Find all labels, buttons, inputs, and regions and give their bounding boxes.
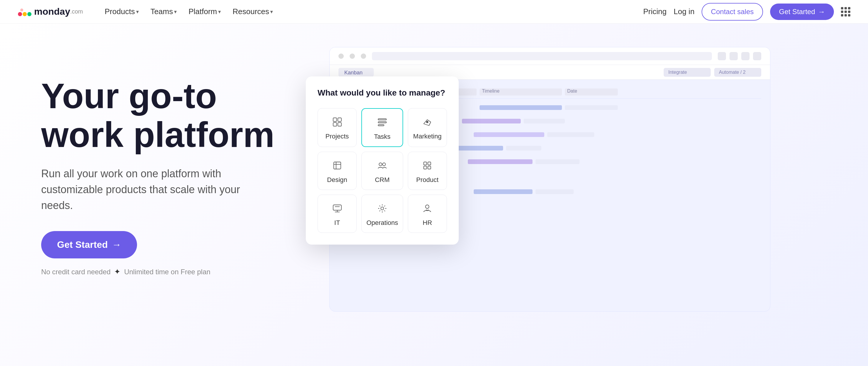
modal-item-tasks[interactable]: Tasks bbox=[361, 108, 403, 147]
modal-title: What would you like to manage? bbox=[317, 88, 447, 98]
nav-right: Pricing Log in Contact sales Get Started… bbox=[643, 3, 850, 21]
svg-rect-16 bbox=[378, 125, 384, 126]
tasks-icon bbox=[376, 116, 389, 129]
it-icon bbox=[331, 202, 344, 215]
modal-item-label: Marketing bbox=[413, 132, 442, 140]
chevron-down-icon: ▾ bbox=[218, 8, 221, 15]
logo-text: monday bbox=[34, 6, 70, 17]
svg-rect-23 bbox=[424, 162, 427, 165]
modal-item-design[interactable]: Design bbox=[317, 152, 356, 190]
logo-com: .com bbox=[70, 8, 83, 15]
svg-rect-13 bbox=[338, 123, 341, 126]
modal-item-label: Projects bbox=[326, 132, 349, 140]
modal-item-it[interactable]: IT bbox=[317, 194, 356, 233]
modal-item-product[interactable]: Product bbox=[408, 152, 447, 190]
svg-rect-10 bbox=[333, 118, 337, 121]
logo[interactable]: monday.com bbox=[18, 5, 83, 19]
marketing-icon bbox=[421, 116, 434, 128]
modal-item-crm[interactable]: CRM bbox=[361, 152, 403, 190]
integrate-button[interactable]: Integrate bbox=[664, 68, 711, 77]
svg-point-22 bbox=[382, 163, 385, 166]
svg-point-32 bbox=[426, 205, 429, 208]
modal-item-hr[interactable]: HR bbox=[408, 194, 447, 233]
logo-icon bbox=[18, 5, 32, 19]
modal-item-label: IT bbox=[334, 219, 340, 227]
svg-rect-26 bbox=[428, 166, 431, 169]
design-icon bbox=[331, 159, 344, 172]
kanban-tab[interactable]: Kanban bbox=[338, 68, 374, 77]
modal-item-operations[interactable]: Operations bbox=[361, 194, 403, 233]
nav-item-products[interactable]: Products ▾ bbox=[100, 4, 143, 19]
svg-rect-15 bbox=[378, 122, 386, 123]
nav-item-resources[interactable]: Resources ▾ bbox=[228, 4, 277, 19]
manage-modal: What would you like to manage? Projects … bbox=[306, 77, 459, 245]
operations-icon bbox=[376, 202, 389, 215]
svg-rect-12 bbox=[333, 123, 337, 126]
nav-item-platform[interactable]: Platform ▾ bbox=[184, 4, 225, 19]
svg-point-3 bbox=[20, 8, 23, 11]
svg-rect-24 bbox=[428, 162, 431, 165]
modal-item-label: CRM bbox=[375, 176, 390, 184]
projects-icon bbox=[331, 116, 344, 128]
contact-sales-button[interactable]: Contact sales bbox=[702, 3, 763, 21]
modal-item-label: Design bbox=[327, 176, 347, 184]
svg-point-21 bbox=[379, 163, 382, 166]
modal-item-marketing[interactable]: Marketing bbox=[408, 108, 447, 147]
get-started-hero-button[interactable]: Get Started → bbox=[41, 231, 137, 258]
svg-rect-27 bbox=[333, 205, 341, 210]
col-date-header: Date bbox=[565, 89, 618, 95]
chevron-down-icon: ▾ bbox=[174, 8, 177, 15]
modal-item-projects[interactable]: Projects bbox=[317, 108, 356, 147]
svg-point-31 bbox=[381, 207, 384, 210]
svg-point-17 bbox=[426, 121, 428, 123]
hero-note: No credit card needed ✦ Unlimited time o… bbox=[41, 267, 306, 276]
nav-links: Products ▾ Teams ▾ Platform ▾ Resources … bbox=[100, 4, 643, 19]
modal-item-label: HR bbox=[423, 219, 432, 227]
nav-pricing-link[interactable]: Pricing bbox=[643, 7, 666, 16]
chevron-down-icon: ▾ bbox=[270, 8, 273, 15]
product-icon bbox=[421, 159, 434, 172]
svg-point-2 bbox=[27, 12, 31, 16]
hero-right: Kanban Integrate Automate / 2 Owner bbox=[329, 47, 850, 312]
get-started-nav-button[interactable]: Get Started → bbox=[770, 3, 834, 20]
hero-section: Your go-to work platform Run all your wo… bbox=[0, 24, 868, 366]
svg-rect-25 bbox=[424, 166, 427, 169]
svg-rect-14 bbox=[378, 119, 386, 120]
nav-login-link[interactable]: Log in bbox=[674, 7, 694, 16]
modal-item-label: Product bbox=[416, 176, 438, 184]
modal-grid: Projects Tasks Marketing bbox=[317, 108, 447, 233]
modal-item-label: Operations bbox=[366, 219, 398, 227]
automate-button[interactable]: Automate / 2 bbox=[714, 68, 761, 77]
col-timeline-header: Timeline bbox=[479, 89, 562, 95]
modal-item-label: Tasks bbox=[374, 133, 391, 141]
svg-point-0 bbox=[18, 12, 22, 16]
chevron-down-icon: ▾ bbox=[136, 8, 139, 15]
dashboard-header bbox=[330, 47, 770, 65]
navbar: monday.com Products ▾ Teams ▾ Platform ▾… bbox=[0, 0, 868, 24]
svg-rect-18 bbox=[334, 162, 341, 169]
svg-rect-11 bbox=[338, 118, 341, 121]
hr-icon bbox=[421, 202, 434, 215]
hero-title: Your go-to work platform bbox=[41, 77, 306, 154]
hero-left: Your go-to work platform Run all your wo… bbox=[41, 53, 306, 276]
crm-icon bbox=[376, 159, 389, 172]
nav-item-teams[interactable]: Teams ▾ bbox=[147, 4, 181, 19]
hero-subtitle: Run all your work on one platform with c… bbox=[41, 166, 253, 213]
svg-point-1 bbox=[23, 12, 27, 16]
apps-grid-icon[interactable] bbox=[841, 7, 850, 17]
